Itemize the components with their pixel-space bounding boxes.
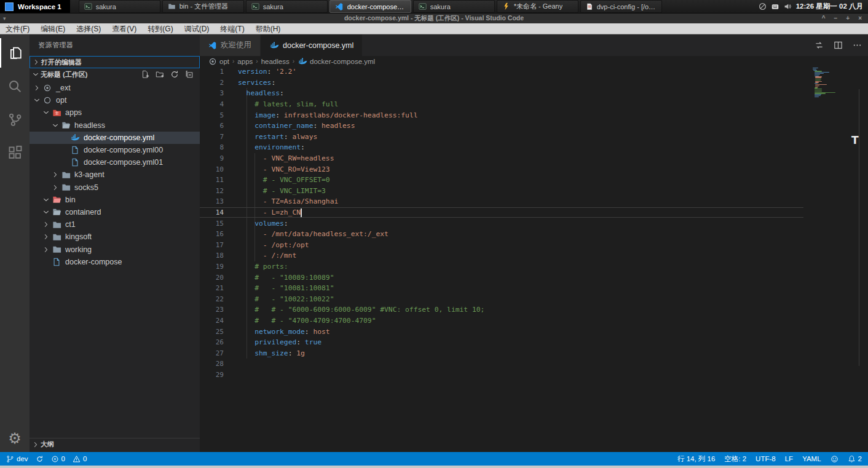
status-0[interactable]: 0 [51,455,65,463]
code-line-29[interactable]: 29 [200,370,803,381]
code-line-9[interactable]: 9 - VNC_RW=headless [200,153,803,164]
menu-选择[interactable]: 选择(S) [71,23,106,34]
tree-item-_ext[interactable]: _ext [30,82,200,94]
menu-查看[interactable]: 查看(V) [106,23,142,34]
tree-item-docker-compose.yml[interactable]: docker-compose.yml [30,132,200,144]
open-editors-section[interactable]: 打开的编辑器 [30,56,200,68]
split-icon[interactable] [834,41,843,50]
new-folder-icon[interactable] [156,70,164,79]
code-line-11[interactable]: 11 # - VNC_OFFSET=0 [200,175,803,186]
code-line-16[interactable]: 16 - /mnt/data/headless_ext:/_ext [200,229,803,240]
status-LF[interactable]: LF [785,455,793,462]
tree-item-kingsoft[interactable]: kingsoft [30,231,200,243]
status-UTF-8[interactable]: UTF-8 [756,455,776,462]
vscode-titlebar[interactable]: ▾ docker-compose.yml - 无标题 (工作区) - Visua… [0,14,868,23]
tree-item-opt[interactable]: opt [30,94,200,106]
status-dev[interactable]: dev [6,455,28,463]
code-line-3[interactable]: 3 headless: [200,88,803,99]
taskbar-window-button[interactable]: *未命名 - Geany [497,0,578,13]
tree-item-ct1[interactable]: ct1 [30,218,200,231]
menu-终端[interactable]: 终端(T) [215,23,250,34]
menu-编辑[interactable]: 编辑(E) [35,23,71,34]
taskbar-window-button[interactable]: sakura [246,0,328,13]
taskbar-window-button[interactable]: docker-compose.y… [329,0,411,13]
status-sync[interactable] [36,455,44,463]
code-line-22[interactable]: 22 # - "10022:10022" [200,293,803,304]
keyboard-icon[interactable] [771,3,779,10]
outline-section[interactable]: 大纲 [30,438,200,450]
no-entry-icon[interactable] [759,2,767,10]
refresh-icon[interactable] [170,70,179,79]
maximize-button[interactable]: + [846,14,850,23]
settings-gear-icon[interactable]: ⚙ [8,430,22,447]
taskbar-window-button[interactable]: dvp-ci-config - [/o… [580,0,662,13]
tree-item-docker-compose.yml00[interactable]: docker-compose.yml00 [30,144,200,156]
breadcrumb[interactable]: opt›apps›headless›docker-compose.yml [200,56,868,66]
tab-欢迎使用[interactable]: 欢迎使用 [200,34,260,56]
code-line-24[interactable]: 24 # # - "4700-4709:4700-4709" [200,315,803,327]
tree-item-apps[interactable]: apps [30,106,200,119]
taskbar-window-button[interactable]: sakura [413,0,495,13]
activity-search[interactable] [0,71,30,101]
activity-extensions[interactable] [0,138,30,167]
code-line-13[interactable]: 13 - TZ=Asia/Shanghai [200,196,803,207]
tree-item-headless[interactable]: headless [30,119,200,132]
code-line-25[interactable]: 25 network_mode: host [200,326,803,337]
code-line-23[interactable]: 23 # # - "6000-6009:6000-6009" #VNC: off… [200,304,803,315]
minimap[interactable] [811,66,861,109]
activity-source-control[interactable] [0,105,30,134]
menu-转到[interactable]: 转到(G) [142,23,178,34]
workspace-switcher[interactable]: Workspace 1 [0,0,70,13]
status-2[interactable]: 2 [848,455,862,463]
status-行-14--列-16[interactable]: 行 14, 列 16 [677,454,715,464]
breadcrumb-item[interactable]: opt [219,58,229,65]
code-line-26[interactable]: 26 privileged: true [200,337,803,348]
activity-explorer[interactable] [0,38,30,68]
minimize-button[interactable]: − [834,14,837,23]
shade-button[interactable]: ^ [822,14,826,23]
status-0[interactable]: 0 [73,455,87,463]
menu-文件[interactable]: 文件(F) [0,23,35,34]
code-line-15[interactable]: 15 volumes: [200,218,803,229]
tree-item-docker-compose.yml01[interactable]: docker-compose.yml01 [30,156,200,169]
status-YAML[interactable]: YAML [802,455,821,462]
code-line-4[interactable]: 4 # latest, slim, full [200,99,803,110]
tab-docker-compose.yml[interactable]: docker-compose.yml [261,34,362,56]
status-smiley[interactable] [831,455,838,463]
more-icon[interactable] [853,41,862,50]
menu-调试[interactable]: 调试(D) [179,23,215,34]
code-line-6[interactable]: 6 container_name: headless [200,121,803,132]
tree-item-docker-compose[interactable]: docker-compose [30,256,200,268]
taskbar-window-button[interactable]: bin - 文件管理器 [162,0,244,13]
tree-item-socks5[interactable]: socks5 [30,181,200,194]
code-line-18[interactable]: 18 - /:/mnt [200,250,803,261]
code-line-5[interactable]: 5 image: infrastlabs/docker-headless:ful… [200,109,803,121]
tree-item-containerd[interactable]: containerd [30,206,200,218]
code-line-28[interactable]: 28 [200,359,803,370]
code-line-17[interactable]: 17 - /opt:/opt [200,240,803,251]
workspace-section[interactable]: 无标题 (工作区) [30,68,200,81]
code-line-7[interactable]: 7 restart: always [200,132,803,143]
code-line-1[interactable]: 1version: '2.2' [200,66,803,77]
code-line-12[interactable]: 12 # - VNC_LIMIT=3 [200,186,803,197]
breadcrumb-item[interactable]: docker-compose.yml [310,58,375,65]
window-menu-icon[interactable]: ▾ [3,15,6,22]
code-line-14[interactable]: 14 - L=zh_CN [200,207,803,218]
code-line-21[interactable]: 21 # - "10081:10081" [200,283,803,294]
breadcrumb-item[interactable]: headless [261,58,290,65]
code-line-20[interactable]: 20 # - "10089:10089" [200,272,803,283]
code-line-27[interactable]: 27 shm_size: 1g [200,347,803,359]
code-line-19[interactable]: 19 # ports: [200,261,803,272]
tree-item-bin[interactable]: bin [30,194,200,206]
collapse-all-icon[interactable] [185,70,194,79]
new-file-icon[interactable] [141,70,149,79]
tree-item-working[interactable]: working [30,243,200,255]
compare-icon[interactable] [815,41,824,50]
taskbar-window-button[interactable]: sakura [79,0,160,13]
tree-item-k3-agent[interactable]: k3-agent [30,169,200,181]
speaker-icon[interactable] [784,2,792,10]
menu-帮助[interactable]: 帮助(H) [250,23,286,34]
code-line-10[interactable]: 10 - VNC_RO=View123 [200,164,803,175]
code-line-2[interactable]: 2services: [200,77,803,89]
close-button[interactable]: × [858,14,862,23]
